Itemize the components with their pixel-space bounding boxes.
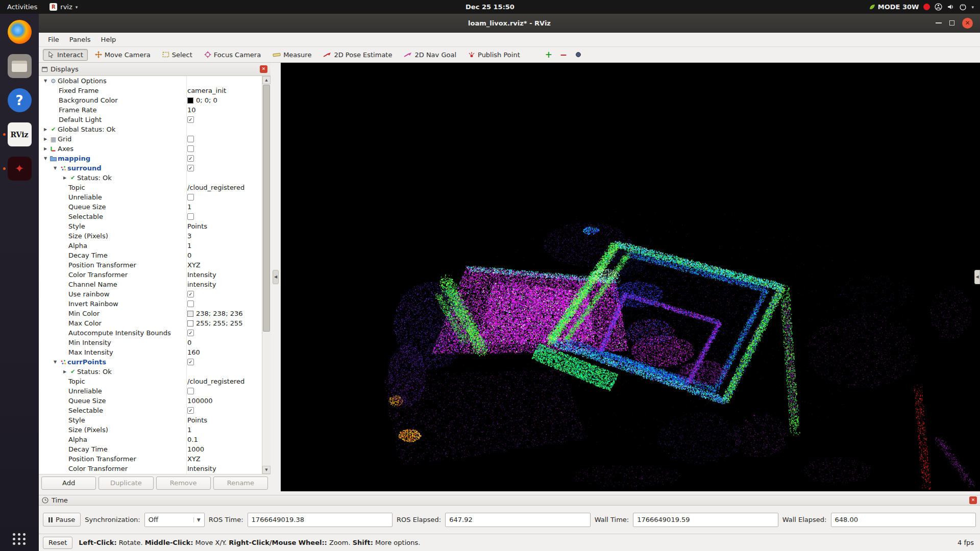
- display-tree-row[interactable]: Selectable✓: [39, 406, 271, 415]
- checkbox-unchecked[interactable]: [187, 145, 194, 152]
- property-value[interactable]: ✓: [187, 163, 260, 173]
- tool-2d-nav-goal-button[interactable]: 2D Nav Goal: [399, 49, 461, 61]
- property-value[interactable]: Intensity: [187, 464, 260, 473]
- display-tree-row[interactable]: Invert Rainbow: [39, 299, 271, 309]
- pause-button[interactable]: Pause: [43, 513, 81, 527]
- expand-arrow-icon[interactable]: ▶: [61, 369, 68, 374]
- panel-splitter[interactable]: ◀: [271, 63, 281, 491]
- scroll-up-icon[interactable]: ▲: [262, 76, 271, 84]
- property-value[interactable]: 3: [187, 231, 260, 241]
- display-tree-row[interactable]: ▼surround✓: [39, 163, 271, 173]
- clock[interactable]: Dec 25 15:50: [465, 3, 514, 11]
- property-value[interactable]: 0: [187, 251, 260, 260]
- display-tree-row[interactable]: ▶Axes: [39, 144, 271, 154]
- checkbox-checked[interactable]: ✓: [187, 116, 194, 123]
- maximize-button[interactable]: [949, 20, 954, 26]
- minimize-button[interactable]: [936, 22, 942, 23]
- time-panel-header[interactable]: Time ✕: [39, 495, 980, 506]
- property-value[interactable]: 160: [187, 347, 260, 357]
- collapse-panel-handle[interactable]: ◀: [273, 270, 279, 284]
- tool-measure-button[interactable]: Measure: [268, 49, 316, 61]
- property-value[interactable]: ✓: [187, 289, 260, 299]
- display-tree-row[interactable]: Size (Pixels)3: [39, 231, 271, 241]
- display-tree-row[interactable]: Max Color255; 255; 255: [39, 318, 271, 328]
- display-tree-row[interactable]: Channel Nameintensity: [39, 280, 271, 289]
- display-tree-row[interactable]: Unreliable: [39, 192, 271, 202]
- property-value[interactable]: 1: [187, 202, 260, 212]
- display-tree-row[interactable]: Queue Size100000: [39, 396, 271, 406]
- close-panel-button[interactable]: ✕: [260, 65, 267, 73]
- system-tray[interactable]: MODE 30W ▾: [869, 0, 980, 14]
- color-swatch[interactable]: [187, 311, 193, 317]
- tool-select-button[interactable]: Select: [158, 49, 197, 61]
- scroll-down-icon[interactable]: ▼: [262, 466, 271, 474]
- property-value[interactable]: [187, 134, 260, 144]
- rviz-launcher[interactable]: RViz: [8, 122, 32, 146]
- property-value[interactable]: [187, 192, 260, 202]
- display-tree-row[interactable]: StylePoints: [39, 221, 271, 231]
- checkbox-unchecked[interactable]: [187, 388, 194, 394]
- display-tree-row[interactable]: Decay Time0: [39, 251, 271, 260]
- property-value[interactable]: [187, 144, 260, 154]
- property-value[interactable]: /cloud_registered: [187, 377, 260, 386]
- remove-tool-button[interactable]: −: [557, 49, 570, 60]
- checkbox-checked[interactable]: ✓: [187, 330, 194, 336]
- display-tree-row[interactable]: StylePoints: [39, 415, 271, 425]
- display-tree-row[interactable]: Topic/cloud_registered: [39, 377, 271, 386]
- help-launcher[interactable]: ?: [8, 88, 32, 112]
- activities-button[interactable]: Activities: [0, 0, 44, 14]
- display-tree-row[interactable]: ▼currPoints✓: [39, 357, 271, 367]
- display-tree-row[interactable]: Autocompute Intensity Bounds✓: [39, 328, 271, 338]
- tool-publish-point-button[interactable]: Publish Point: [463, 49, 525, 61]
- display-tree-row[interactable]: ▶✔Status: Ok: [39, 367, 271, 377]
- collapse-arrow-icon[interactable]: ▼: [52, 360, 59, 364]
- expand-right-panel-handle[interactable]: ◀: [974, 270, 980, 284]
- tool-interact-button[interactable]: Interact: [43, 49, 88, 61]
- ros-time-field[interactable]: 1766649019.38: [248, 513, 393, 527]
- displays-panel-header[interactable]: Displays ✕: [39, 63, 271, 76]
- app-menu[interactable]: R rviz ▾: [44, 0, 83, 14]
- property-value[interactable]: Points: [187, 415, 260, 425]
- property-value[interactable]: /cloud_registered: [187, 183, 260, 192]
- property-value[interactable]: 1000: [187, 444, 260, 454]
- property-value[interactable]: 10: [187, 105, 260, 115]
- collapse-arrow-icon[interactable]: ▼: [52, 166, 59, 170]
- checkbox-checked[interactable]: ✓: [187, 359, 194, 365]
- color-swatch[interactable]: [187, 320, 193, 327]
- display-tree-row[interactable]: Min Color238; 238; 236: [39, 309, 271, 318]
- display-tree-row[interactable]: Color TransformerIntensity: [39, 464, 271, 473]
- property-value[interactable]: [187, 212, 260, 221]
- tool-properties-button[interactable]: [572, 49, 584, 60]
- collapse-arrow-icon[interactable]: ▼: [42, 79, 49, 83]
- tool-focus-camera-button[interactable]: Focus Camera: [200, 49, 265, 61]
- sync-dropdown[interactable]: Off ▼: [144, 513, 205, 527]
- property-value[interactable]: intensity: [187, 280, 260, 289]
- property-value[interactable]: 100000: [187, 396, 260, 406]
- expand-arrow-icon[interactable]: ▶: [42, 127, 49, 132]
- display-tree-row[interactable]: Decay Time1000: [39, 444, 271, 454]
- display-tree-row[interactable]: Default Light✓: [39, 115, 271, 124]
- display-tree-row[interactable]: Position TransformerXYZ: [39, 260, 271, 270]
- display-tree-row[interactable]: ▶▦Grid: [39, 134, 271, 144]
- collapse-arrow-icon[interactable]: ▼: [42, 156, 49, 161]
- property-value[interactable]: Intensity: [187, 270, 260, 280]
- property-value[interactable]: 238; 238; 236: [187, 309, 260, 318]
- display-tree-row[interactable]: ▼mapping✓: [39, 154, 271, 163]
- property-value[interactable]: ✓: [187, 328, 260, 338]
- display-tree-row[interactable]: Position TransformerXYZ: [39, 454, 271, 464]
- tree-scrollbar[interactable]: ▲ ▼: [262, 76, 271, 474]
- property-value[interactable]: XYZ: [187, 454, 260, 464]
- tool-2d-pose-estimate-button[interactable]: 2D Pose Estimate: [318, 49, 397, 61]
- add-tool-button[interactable]: +: [543, 49, 555, 60]
- expand-arrow-icon[interactable]: ▶: [42, 137, 49, 141]
- display-tree-row[interactable]: Max Intensity160: [39, 347, 271, 357]
- display-tree-row[interactable]: Frame Rate10: [39, 105, 271, 115]
- checkbox-unchecked[interactable]: [187, 300, 194, 307]
- display-tree-row[interactable]: Unreliable: [39, 386, 271, 396]
- display-tree-row[interactable]: Topic/cloud_registered: [39, 183, 271, 192]
- property-value[interactable]: ✓: [187, 115, 260, 124]
- checkbox-checked[interactable]: ✓: [187, 291, 194, 297]
- display-tree-row[interactable]: ▶✔Global Status: Ok: [39, 124, 271, 134]
- property-value[interactable]: [187, 299, 260, 309]
- expand-arrow-icon[interactable]: ▶: [42, 146, 49, 151]
